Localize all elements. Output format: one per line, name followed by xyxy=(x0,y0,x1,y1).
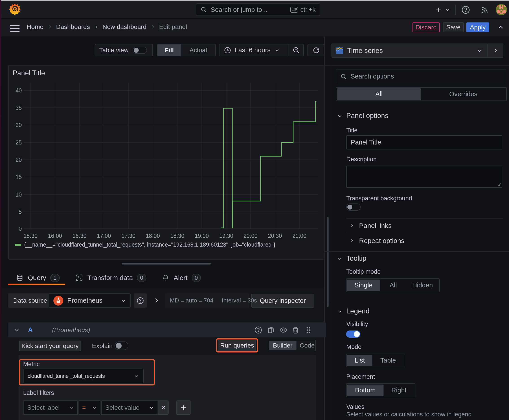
svg-text:19:30: 19:30 xyxy=(219,233,233,239)
svg-text:20: 20 xyxy=(15,157,22,163)
svg-text:19:00: 19:00 xyxy=(195,233,209,239)
svg-text:17:00: 17:00 xyxy=(97,233,111,239)
svg-text:20:00: 20:00 xyxy=(243,233,258,239)
svg-text:16:30: 16:30 xyxy=(73,233,87,239)
svg-text:18:30: 18:30 xyxy=(170,233,184,239)
svg-text:15: 15 xyxy=(15,174,22,180)
svg-text:10: 10 xyxy=(15,191,22,198)
svg-text:5: 5 xyxy=(19,209,22,215)
svg-text:40: 40 xyxy=(15,87,22,94)
svg-text:25: 25 xyxy=(15,139,22,146)
svg-text:15:30: 15:30 xyxy=(23,233,38,239)
svg-text:35: 35 xyxy=(15,105,22,111)
svg-text:30: 30 xyxy=(15,122,22,128)
svg-text:0: 0 xyxy=(19,225,22,232)
svg-text:16:00: 16:00 xyxy=(48,233,62,239)
svg-text:20:30: 20:30 xyxy=(268,233,282,239)
svg-text:21:00: 21:00 xyxy=(292,233,307,239)
svg-text:17:30: 17:30 xyxy=(122,233,136,239)
svg-text:18:00: 18:00 xyxy=(146,233,160,239)
svg-text:{__name__="cloudflared_tunnel_: {__name__="cloudflared_tunnel_total_requ… xyxy=(24,241,275,248)
